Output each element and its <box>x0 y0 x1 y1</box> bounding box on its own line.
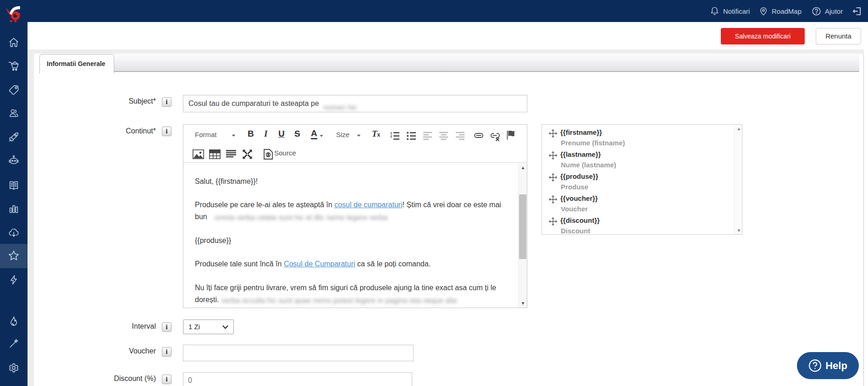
svg-text:2: 2 <box>390 134 392 138</box>
